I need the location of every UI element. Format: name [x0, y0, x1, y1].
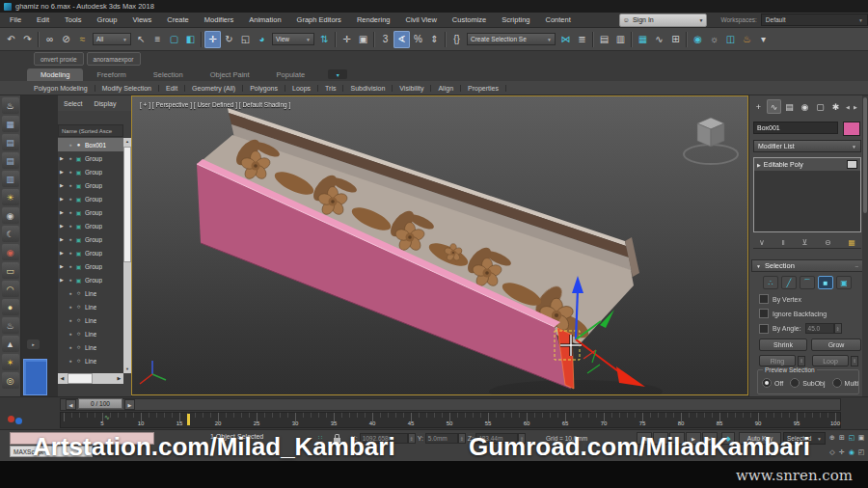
- explorer-horizontal-scrollbar[interactable]: ◀ ▶: [58, 373, 123, 384]
- reference-coordinate-dropdown[interactable]: View▼: [272, 33, 314, 45]
- modifier-stack-item[interactable]: ▶ Editable Poly: [754, 158, 860, 171]
- remove-modifier-icon[interactable]: ⊖: [825, 238, 831, 247]
- show-end-result-icon[interactable]: ‖: [782, 238, 785, 247]
- spinner-icon[interactable]: ⇕: [798, 356, 805, 366]
- active-layout-tab[interactable]: [23, 359, 47, 395]
- redo-icon[interactable]: ↷: [19, 31, 36, 48]
- preview-multi-radio[interactable]: [832, 378, 842, 388]
- ribbon-overflow-icon[interactable]: ▾: [328, 69, 347, 79]
- scene-object-row[interactable]: ●●Box001: [58, 138, 123, 151]
- maximize-viewport-icon[interactable]: ◰: [856, 446, 866, 459]
- cone-icon[interactable]: ▲: [2, 336, 19, 352]
- scene-object-row[interactable]: ●○Line: [58, 327, 123, 340]
- scene-object-row[interactable]: ▶●▣Group: [58, 246, 123, 259]
- expand-arrow-icon[interactable]: ▶: [757, 162, 761, 168]
- visibility-eye-icon[interactable]: ●: [67, 223, 74, 229]
- layer-list-icon[interactable]: ▤: [2, 134, 19, 150]
- name-column-header[interactable]: Name (Sorted Asce: [58, 124, 123, 137]
- menu-views[interactable]: Views: [132, 15, 151, 24]
- make-unique-icon[interactable]: ⊻: [802, 238, 808, 247]
- selection-lock-icons[interactable]: [8, 414, 27, 425]
- scene-object-row[interactable]: ▶●▣Group: [58, 192, 123, 205]
- menu-edit[interactable]: Edit: [37, 15, 49, 24]
- selection-rollout-header[interactable]: ▼ Selection –: [751, 259, 863, 272]
- shrink-button[interactable]: Shrink: [759, 339, 807, 351]
- pin-stack-icon[interactable]: ∨: [759, 238, 765, 247]
- border-mode-icon[interactable]: ⌒: [800, 276, 815, 289]
- percent-snap-icon[interactable]: %: [410, 31, 426, 48]
- perspective-viewport[interactable]: [ + ] [ Perspective ] [ User Defined ] […: [132, 96, 747, 394]
- ribbon-toggle-icon[interactable]: ▦: [635, 31, 651, 48]
- spinner-icon[interactable]: ⇕: [834, 323, 842, 334]
- expand-arrow-icon[interactable]: ▶: [60, 277, 67, 283]
- visibility-eye-icon[interactable]: ●: [67, 250, 74, 256]
- visibility-eye-icon[interactable]: ●: [67, 290, 74, 296]
- scene-object-row[interactable]: ●○Line: [58, 313, 123, 327]
- ribbon-subtab-subdivision[interactable]: Subdivision: [343, 85, 393, 92]
- expand-arrow-icon[interactable]: ▶: [60, 182, 67, 188]
- menu-rendering[interactable]: Rendering: [357, 15, 391, 24]
- sphere-icon[interactable]: ●: [2, 299, 19, 315]
- scene-object-row[interactable]: ●○Line: [58, 286, 123, 300]
- orbit-icon[interactable]: ◉: [847, 446, 856, 459]
- scene-object-row[interactable]: ●○Line: [58, 354, 123, 367]
- expand-arrow-icon[interactable]: ▶: [60, 196, 67, 202]
- ribbon-subtab-polygonmodeling[interactable]: Polygon Modeling: [27, 85, 95, 92]
- ribbon-tab-object-paint[interactable]: Object Paint: [197, 68, 263, 81]
- spinner-icon[interactable]: ⇕: [458, 433, 466, 444]
- scene-object-row[interactable]: ▶●▣Group: [58, 151, 123, 165]
- menu-customize[interactable]: Customize: [452, 15, 486, 24]
- zoom-extents-all-icon[interactable]: ▣: [856, 431, 866, 445]
- expand-arrow-icon[interactable]: ▶: [60, 250, 67, 256]
- zoom-icon[interactable]: ⊕: [827, 431, 837, 445]
- by-vertex-checkbox[interactable]: [759, 294, 769, 304]
- visibility-eye-icon[interactable]: ●: [67, 182, 74, 188]
- ribbon-tab-selection[interactable]: Selection: [140, 68, 197, 81]
- select-and-manipulate-icon[interactable]: ✛: [339, 31, 355, 48]
- ribbon-subtab-geometryall[interactable]: Geometry (All): [185, 85, 243, 92]
- flyout-arrow-icon[interactable]: ▾: [755, 31, 772, 48]
- visibility-eye-icon[interactable]: ●: [67, 236, 74, 242]
- menu-create[interactable]: Create: [167, 15, 189, 24]
- unlink-selection-icon[interactable]: ⊘: [58, 31, 74, 48]
- edit-named-sets-icon[interactable]: {}: [448, 31, 465, 48]
- menu-civil-view[interactable]: Civil View: [405, 15, 436, 24]
- object-color-swatch[interactable]: [843, 122, 860, 136]
- visibility-eye-icon[interactable]: ●: [67, 304, 74, 310]
- spinner-icon[interactable]: ⇕: [851, 356, 858, 366]
- flyout-play-icon[interactable]: ▸: [27, 339, 40, 349]
- visibility-eye-icon[interactable]: ●: [67, 344, 74, 350]
- toggle-scene-explorer-icon[interactable]: ▤: [596, 31, 612, 48]
- pan-icon[interactable]: ✛: [837, 446, 847, 459]
- rectangular-selection-region-icon[interactable]: ▢: [166, 31, 182, 48]
- create-tab[interactable]: +: [751, 99, 766, 114]
- star-icon[interactable]: ✶: [2, 354, 19, 370]
- spinner-snap-icon[interactable]: ⇕: [426, 31, 443, 48]
- ignore-backfacing-checkbox[interactable]: [759, 309, 769, 318]
- next-frame-arrow[interactable]: ▶: [124, 399, 135, 410]
- expand-arrow-icon[interactable]: ▶: [60, 209, 67, 215]
- edge-mode-icon[interactable]: ╱: [781, 276, 797, 289]
- visibility-eye-icon[interactable]: ●: [67, 155, 74, 161]
- light-icon[interactable]: ☀: [2, 189, 19, 205]
- scrollbar-handle[interactable]: [68, 373, 93, 384]
- by-angle-field[interactable]: 45.0: [805, 323, 834, 334]
- select-and-link-icon[interactable]: ∞: [41, 31, 58, 48]
- toggle-layer-explorer-icon[interactable]: ▥: [612, 31, 629, 48]
- spotlight-icon[interactable]: ◉: [2, 207, 19, 224]
- modify-tab[interactable]: ∿: [767, 99, 781, 114]
- quick-tab[interactable]: onvert proxie: [34, 52, 84, 66]
- explorer-menu-select[interactable]: Select: [64, 100, 82, 107]
- menu-content[interactable]: Content: [545, 15, 570, 24]
- expand-arrow-icon[interactable]: ▶: [60, 263, 67, 269]
- tabs-scroll-left-icon[interactable]: ◀: [844, 100, 852, 114]
- expand-arrow-icon[interactable]: ▶: [60, 169, 67, 175]
- fov-icon[interactable]: ◇: [827, 446, 837, 459]
- tabs-scroll-right-icon[interactable]: ▶: [852, 100, 859, 114]
- snaps-toggle-icon[interactable]: 3: [377, 31, 393, 48]
- teapot-icon[interactable]: ♨: [2, 97, 19, 114]
- menu-tools[interactable]: Tools: [65, 15, 82, 24]
- menu-modifiers[interactable]: Modifiers: [204, 15, 233, 24]
- named-selection-dropdown[interactable]: Create Selection Se▼: [467, 33, 556, 45]
- element-mode-icon[interactable]: ▣: [836, 276, 852, 289]
